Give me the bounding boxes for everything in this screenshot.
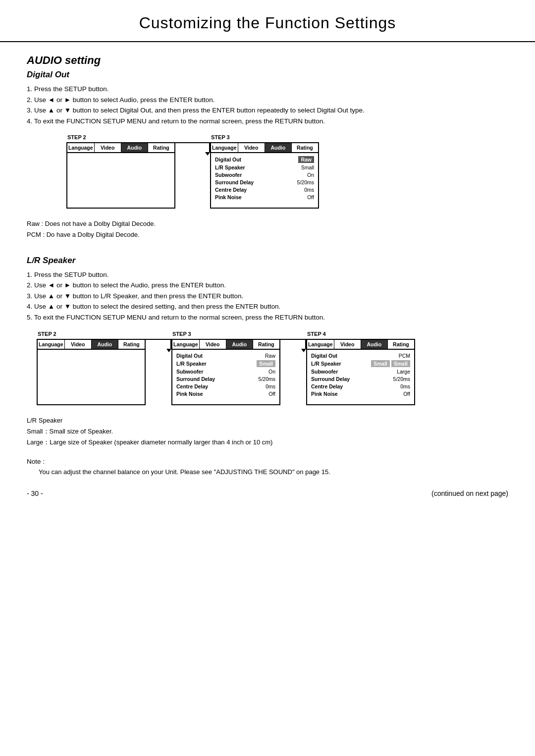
note-pcm: PCM : Do have a Dolby Digital Decode. <box>27 229 508 240</box>
lr-step4-block: STEP 4 Language Video Audio Rating Digit… <box>306 331 415 405</box>
step3-tab-audio: Audio <box>265 143 292 152</box>
lr-speaker-steps: STEP 2 Language Video Audio Rating <box>37 331 508 405</box>
lr-step3-menu: Language Video Audio Rating Digital Out … <box>171 339 280 405</box>
lr-arrow-3-4 <box>280 331 306 352</box>
lr-s3-row-surround: Surround Delay 5/20ms <box>176 376 275 382</box>
lr-s4-small1: Small <box>371 360 390 367</box>
lr-instruction-1: 1. Press the SETUP button. <box>27 270 508 280</box>
lr-step3-body: Digital Out Raw L/R Speaker Small Subwoo… <box>172 350 279 404</box>
page-header: Customizing the Function Settings <box>0 0 535 42</box>
page-title: Customizing the Function Settings <box>0 14 535 32</box>
step2-tab-video: Video <box>95 143 121 152</box>
lr-speaker-notes: L/R Speaker Small：Small size of Speaker.… <box>27 415 508 448</box>
label-subwoofer: Subwoofer <box>215 172 242 178</box>
step3-tab-language: Language <box>211 143 238 152</box>
menu-row-lr-speaker: L/R Speaker Small <box>215 164 314 170</box>
step2-tab-language: Language <box>67 143 95 152</box>
main-content: AUDIO setting Digital Out 1. Press the S… <box>0 54 535 478</box>
lr-instruction-4: 4. Use ▲ or ▼ button to select the desir… <box>27 301 508 312</box>
instruction-1: 1. Press the SETUP button. <box>27 84 508 95</box>
step2-tab-rating: Rating <box>148 143 174 152</box>
lr-speaker-instructions: 1. Press the SETUP button. 2. Use ◄ or ►… <box>27 270 508 323</box>
menu-row-centre-delay: Centre Delay 0ms <box>215 187 314 193</box>
label-lr-speaker: L/R Speaker <box>215 164 245 170</box>
lr-s4-tab-lang: Language <box>307 340 334 349</box>
page-footer: - 30 - (continued on next page) <box>0 483 535 502</box>
step3-label: STEP 3 <box>210 134 230 140</box>
lr-s4-row-surround: Surround Delay 5/20ms <box>311 376 410 382</box>
step2-tabs: Language Video Audio Rating <box>67 143 174 153</box>
lr-s3-row-pink: Pink Noise Off <box>176 391 275 397</box>
step2-label: STEP 2 <box>66 134 86 140</box>
page-number: - 30 - <box>27 489 43 497</box>
lr-s3-row-sub: Subwoofer On <box>176 369 275 375</box>
continued-label: (continued on next page) <box>431 489 508 497</box>
step2-tab-audio: Audio <box>121 143 148 152</box>
lr-s4-row-digital: Digital Out PCM <box>311 353 410 359</box>
step3-block: STEP 3 Language Video Audio Rating Digit… <box>210 134 319 209</box>
value-digital-out: Raw <box>298 156 314 163</box>
lr-s3-tab-audio: Audio <box>226 340 253 349</box>
menu-row-subwoofer: Subwoofer On <box>215 172 314 178</box>
lr-s2-tab-audio: Audio <box>92 340 118 349</box>
audio-setting-title: AUDIO setting <box>27 54 508 67</box>
lr-step2-label: STEP 2 <box>37 331 56 337</box>
lr-arrow-2-3 <box>146 331 171 352</box>
note-section: Note : You can adjust the channel balanc… <box>27 458 508 478</box>
lr-s3-row-digital: Digital Out Raw <box>176 353 275 359</box>
lr-s4-small2: Small <box>391 360 410 367</box>
lr-step2-menu: Language Video Audio Rating <box>37 339 146 405</box>
menu-row-pink-noise: Pink Noise Off <box>215 194 314 200</box>
arrow-h-line <box>175 142 210 143</box>
lr-s4-tab-rating: Rating <box>388 340 414 349</box>
note-body: You can adjust the channel balance on yo… <box>27 467 508 478</box>
value-centre-delay: 0ms <box>304 187 314 193</box>
step3-tab-rating: Rating <box>292 143 318 152</box>
lr-s4-tab-audio: Audio <box>361 340 388 349</box>
lr-note-title: L/R Speaker <box>27 415 508 426</box>
lr-s4-row-pink: Pink Noise Off <box>311 391 410 397</box>
lr-step4-tabs: Language Video Audio Rating <box>307 340 414 350</box>
lr-s4-tab-video: Video <box>334 340 361 349</box>
menu-row-digital-out: Digital Out Raw <box>215 156 314 163</box>
note-title: Note : <box>27 458 508 465</box>
lr-s3-row-lr: L/R Speaker Small <box>176 360 275 367</box>
instruction-4: 4. To exit the FUNCTION SETUP MENU and r… <box>27 116 508 127</box>
instruction-2: 2. Use ◄ or ► button to select Audio, pr… <box>27 95 508 106</box>
lr-s4-row-centre: Centre Delay 0ms <box>311 383 410 389</box>
step3-menu-box: Language Video Audio Rating Digital Out … <box>210 142 319 209</box>
arrow-tip <box>205 152 210 156</box>
step3-tabs: Language Video Audio Rating <box>211 143 318 153</box>
lr-step4-menu: Language Video Audio Rating Digital Out … <box>306 339 415 405</box>
lr-step3-block: STEP 3 Language Video Audio Rating Digit… <box>171 331 280 405</box>
lr-s2-tab-video: Video <box>65 340 92 349</box>
lr-s4-row-sub: Subwoofer Large <box>311 369 410 375</box>
digital-out-section: Digital Out 1. Press the SETUP button. 2… <box>27 70 508 241</box>
label-surround-delay: Surround Delay <box>215 179 254 185</box>
digital-out-notes: Raw : Does not have a Dolby Digital Deco… <box>27 218 508 240</box>
lr-instruction-5: 5. To exit the FUNCTION SETUP MENU and r… <box>27 312 508 323</box>
step3-tab-video: Video <box>238 143 265 152</box>
note-raw: Raw : Does not have a Dolby Digital Deco… <box>27 218 508 229</box>
lr-note-large: Large：Large size of Speaker (speaker dia… <box>27 437 508 448</box>
step2-block: STEP 2 Language Video Audio Rating <box>66 134 175 209</box>
menu-row-surround-delay: Surround Delay 5/20ms <box>215 179 314 185</box>
digital-out-instructions: 1. Press the SETUP button. 2. Use ◄ or ►… <box>27 84 508 126</box>
lr-step4-label: STEP 4 <box>306 331 326 337</box>
lr-s3-row-centre: Centre Delay 0ms <box>176 383 275 389</box>
lr-s4-row-lr: L/R Speaker Small Small <box>311 360 410 367</box>
label-digital-out: Digital Out <box>215 157 241 162</box>
lr-step2-tabs: Language Video Audio Rating <box>38 340 145 350</box>
value-lr-speaker: Small <box>301 164 314 170</box>
digital-out-title: Digital Out <box>27 70 508 80</box>
instruction-3: 3. Use ▲ or ▼ button to select Digital O… <box>27 105 508 116</box>
digital-out-steps: STEP 2 Language Video Audio Rating <box>66 134 508 209</box>
lr-s3-tab-lang: Language <box>172 340 200 349</box>
value-subwoofer: On <box>307 172 314 178</box>
step2-menu-box: Language Video Audio Rating <box>66 142 175 209</box>
value-surround-delay: 5/20ms <box>297 179 314 185</box>
lr-speaker-title: L/R Speaker <box>27 256 508 266</box>
lr-s3-tab-rating: Rating <box>253 340 279 349</box>
lr-s3-tab-video: Video <box>200 340 226 349</box>
lr-step2-body <box>38 350 145 404</box>
